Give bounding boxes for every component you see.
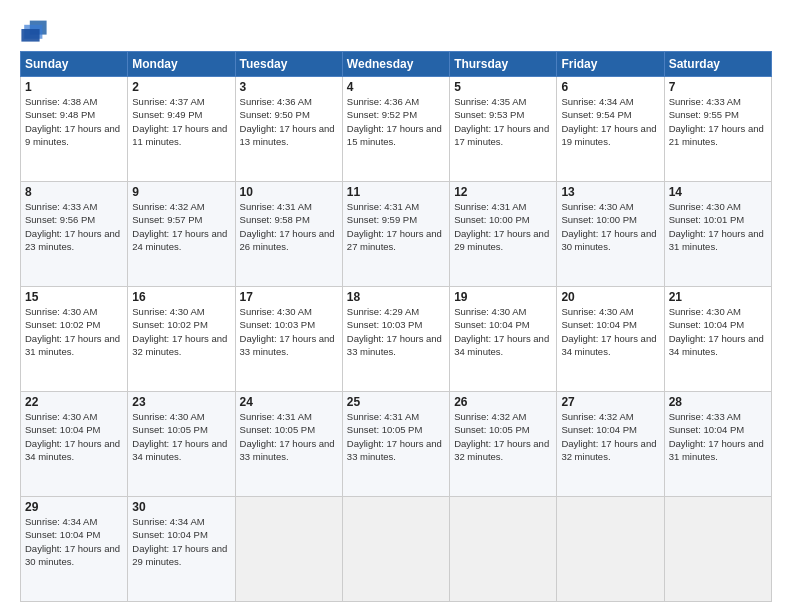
calendar-table: SundayMondayTuesdayWednesdayThursdayFrid… [20,51,772,602]
day-number: 10 [240,185,338,199]
calendar-cell: 3 Sunrise: 4:36 AMSunset: 9:50 PMDayligh… [235,77,342,182]
cell-content: Sunrise: 4:33 AMSunset: 9:56 PMDaylight:… [25,201,120,252]
cell-content: Sunrise: 4:30 AMSunset: 10:01 PMDaylight… [669,201,764,252]
cell-content: Sunrise: 4:30 AMSunset: 10:03 PMDaylight… [240,306,335,357]
calendar-cell: 30 Sunrise: 4:34 AMSunset: 10:04 PMDayli… [128,497,235,602]
calendar-cell: 17 Sunrise: 4:30 AMSunset: 10:03 PMDayli… [235,287,342,392]
calendar-cell: 18 Sunrise: 4:29 AMSunset: 10:03 PMDayli… [342,287,449,392]
cell-content: Sunrise: 4:31 AMSunset: 9:59 PMDaylight:… [347,201,442,252]
day-number: 1 [25,80,123,94]
calendar-cell: 20 Sunrise: 4:30 AMSunset: 10:04 PMDayli… [557,287,664,392]
cell-content: Sunrise: 4:33 AMSunset: 9:55 PMDaylight:… [669,96,764,147]
calendar-cell [557,497,664,602]
calendar-cell [235,497,342,602]
calendar-day-header: Friday [557,52,664,77]
calendar-cell: 8 Sunrise: 4:33 AMSunset: 9:56 PMDayligh… [21,182,128,287]
calendar-week-row: 29 Sunrise: 4:34 AMSunset: 10:04 PMDayli… [21,497,772,602]
day-number: 15 [25,290,123,304]
day-number: 21 [669,290,767,304]
day-number: 18 [347,290,445,304]
cell-content: Sunrise: 4:37 AMSunset: 9:49 PMDaylight:… [132,96,227,147]
calendar-cell: 6 Sunrise: 4:34 AMSunset: 9:54 PMDayligh… [557,77,664,182]
svg-marker-2 [21,29,39,42]
day-number: 4 [347,80,445,94]
calendar-cell: 12 Sunrise: 4:31 AMSunset: 10:00 PMDayli… [450,182,557,287]
calendar-cell: 22 Sunrise: 4:30 AMSunset: 10:04 PMDayli… [21,392,128,497]
day-number: 30 [132,500,230,514]
calendar-cell: 15 Sunrise: 4:30 AMSunset: 10:02 PMDayli… [21,287,128,392]
day-number: 26 [454,395,552,409]
day-number: 24 [240,395,338,409]
day-number: 27 [561,395,659,409]
calendar-header-row: SundayMondayTuesdayWednesdayThursdayFrid… [21,52,772,77]
cell-content: Sunrise: 4:29 AMSunset: 10:03 PMDaylight… [347,306,442,357]
cell-content: Sunrise: 4:30 AMSunset: 10:04 PMDaylight… [561,306,656,357]
day-number: 2 [132,80,230,94]
day-number: 12 [454,185,552,199]
day-number: 7 [669,80,767,94]
calendar-cell: 5 Sunrise: 4:35 AMSunset: 9:53 PMDayligh… [450,77,557,182]
page: SundayMondayTuesdayWednesdayThursdayFrid… [0,0,792,612]
calendar-cell: 2 Sunrise: 4:37 AMSunset: 9:49 PMDayligh… [128,77,235,182]
cell-content: Sunrise: 4:31 AMSunset: 10:00 PMDaylight… [454,201,549,252]
calendar-week-row: 8 Sunrise: 4:33 AMSunset: 9:56 PMDayligh… [21,182,772,287]
calendar-day-header: Wednesday [342,52,449,77]
day-number: 9 [132,185,230,199]
cell-content: Sunrise: 4:36 AMSunset: 9:50 PMDaylight:… [240,96,335,147]
calendar-cell: 14 Sunrise: 4:30 AMSunset: 10:01 PMDayli… [664,182,771,287]
calendar-day-header: Tuesday [235,52,342,77]
day-number: 6 [561,80,659,94]
calendar-cell: 27 Sunrise: 4:32 AMSunset: 10:04 PMDayli… [557,392,664,497]
day-number: 29 [25,500,123,514]
cell-content: Sunrise: 4:30 AMSunset: 10:04 PMDaylight… [25,411,120,462]
calendar-cell [664,497,771,602]
calendar-week-row: 15 Sunrise: 4:30 AMSunset: 10:02 PMDayli… [21,287,772,392]
calendar-cell: 7 Sunrise: 4:33 AMSunset: 9:55 PMDayligh… [664,77,771,182]
calendar-cell: 19 Sunrise: 4:30 AMSunset: 10:04 PMDayli… [450,287,557,392]
calendar-cell: 21 Sunrise: 4:30 AMSunset: 10:04 PMDayli… [664,287,771,392]
cell-content: Sunrise: 4:35 AMSunset: 9:53 PMDaylight:… [454,96,549,147]
calendar-day-header: Saturday [664,52,771,77]
day-number: 11 [347,185,445,199]
cell-content: Sunrise: 4:34 AMSunset: 9:54 PMDaylight:… [561,96,656,147]
cell-content: Sunrise: 4:34 AMSunset: 10:04 PMDaylight… [25,516,120,567]
cell-content: Sunrise: 4:32 AMSunset: 9:57 PMDaylight:… [132,201,227,252]
cell-content: Sunrise: 4:30 AMSunset: 10:00 PMDaylight… [561,201,656,252]
calendar-cell: 9 Sunrise: 4:32 AMSunset: 9:57 PMDayligh… [128,182,235,287]
calendar-cell: 28 Sunrise: 4:33 AMSunset: 10:04 PMDayli… [664,392,771,497]
cell-content: Sunrise: 4:31 AMSunset: 9:58 PMDaylight:… [240,201,335,252]
calendar-cell: 4 Sunrise: 4:36 AMSunset: 9:52 PMDayligh… [342,77,449,182]
calendar-cell: 29 Sunrise: 4:34 AMSunset: 10:04 PMDayli… [21,497,128,602]
cell-content: Sunrise: 4:32 AMSunset: 10:04 PMDaylight… [561,411,656,462]
day-number: 8 [25,185,123,199]
calendar-cell [342,497,449,602]
day-number: 25 [347,395,445,409]
cell-content: Sunrise: 4:36 AMSunset: 9:52 PMDaylight:… [347,96,442,147]
calendar-cell [450,497,557,602]
day-number: 17 [240,290,338,304]
cell-content: Sunrise: 4:30 AMSunset: 10:02 PMDaylight… [25,306,120,357]
cell-content: Sunrise: 4:31 AMSunset: 10:05 PMDaylight… [240,411,335,462]
day-number: 14 [669,185,767,199]
calendar-day-header: Thursday [450,52,557,77]
cell-content: Sunrise: 4:31 AMSunset: 10:05 PMDaylight… [347,411,442,462]
calendar-cell: 24 Sunrise: 4:31 AMSunset: 10:05 PMDayli… [235,392,342,497]
day-number: 3 [240,80,338,94]
day-number: 19 [454,290,552,304]
cell-content: Sunrise: 4:32 AMSunset: 10:05 PMDaylight… [454,411,549,462]
day-number: 5 [454,80,552,94]
cell-content: Sunrise: 4:30 AMSunset: 10:05 PMDaylight… [132,411,227,462]
day-number: 28 [669,395,767,409]
calendar-cell: 10 Sunrise: 4:31 AMSunset: 9:58 PMDaylig… [235,182,342,287]
calendar-cell: 11 Sunrise: 4:31 AMSunset: 9:59 PMDaylig… [342,182,449,287]
cell-content: Sunrise: 4:30 AMSunset: 10:04 PMDaylight… [669,306,764,357]
calendar-day-header: Sunday [21,52,128,77]
cell-content: Sunrise: 4:30 AMSunset: 10:04 PMDaylight… [454,306,549,357]
calendar-day-header: Monday [128,52,235,77]
calendar-cell: 25 Sunrise: 4:31 AMSunset: 10:05 PMDayli… [342,392,449,497]
calendar-cell: 23 Sunrise: 4:30 AMSunset: 10:05 PMDayli… [128,392,235,497]
day-number: 16 [132,290,230,304]
calendar-week-row: 22 Sunrise: 4:30 AMSunset: 10:04 PMDayli… [21,392,772,497]
day-number: 22 [25,395,123,409]
calendar-cell: 13 Sunrise: 4:30 AMSunset: 10:00 PMDayli… [557,182,664,287]
